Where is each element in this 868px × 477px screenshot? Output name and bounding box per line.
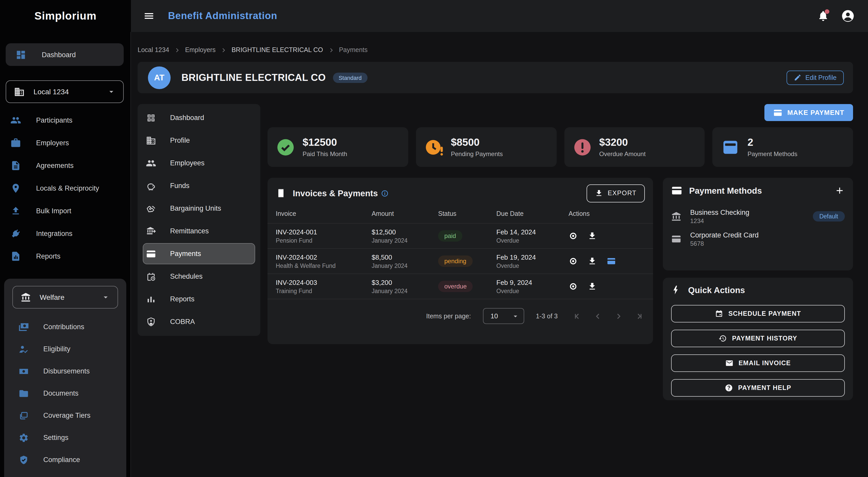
menu-button[interactable] [140,7,158,25]
invoice-id: INV-2024-002 [276,253,372,261]
sidebar-item-disbursements[interactable]: Disbursements [4,360,126,382]
invoice-period: January 2024 [372,263,438,269]
dashboard-icon [16,49,26,60]
invoice-fund: Health & Welfare Fund [276,263,372,269]
view-invoice-button[interactable] [568,282,578,291]
stat-pending-payments: $8500 Pending Payments [416,127,557,167]
breadcrumb-company[interactable]: BRIGHTLINE ELECTRICAL CO [231,46,323,54]
stat-label: Paid This Month [303,151,347,158]
add-payment-method-button[interactable] [835,185,845,196]
pay-invoice-button[interactable] [607,257,616,266]
history-icon [719,334,727,343]
local-select[interactable]: Local 1234 [6,81,124,103]
download-invoice-button[interactable] [588,257,597,266]
employer-nav-funds[interactable]: Funds [143,175,255,196]
view-invoice-button[interactable] [568,231,578,241]
status-badge: overdue [438,281,473,292]
employer-nav-employees[interactable]: Employees [143,153,255,173]
credit-card-icon [721,137,740,157]
next-page-button[interactable] [614,311,623,321]
employer-nav-bargaining-units[interactable]: Bargaining Units [143,198,255,219]
employer-nav-schedules[interactable]: Schedules [143,266,255,287]
payment-help-button[interactable]: PAYMENT HELP [671,379,845,396]
breadcrumb-employers[interactable]: Employers [185,46,215,54]
sidebar-item-participants[interactable]: Participants [0,109,130,131]
employer-tier-badge: Standard [333,72,367,83]
people-icon [146,158,156,168]
employer-header: AT BRIGHTLINE ELECTRICAL CO Standard Edi… [137,62,853,93]
employer-nav-payments[interactable]: Payments [143,243,255,264]
location-pin-icon [10,183,21,193]
pending-clock-icon [424,137,444,157]
make-payment-button[interactable]: MAKE PAYMENT [764,104,853,121]
payment-method-name: Corporate Credit Card [690,231,845,239]
column-status: Status [438,210,496,217]
table-pagination: Items per page: 10 1-3 of 3 [268,299,653,333]
invoice-amount: $3,200 [372,279,438,286]
sidebar-item-documents[interactable]: Documents [4,382,126,404]
payment-method-item: Corporate Credit Card 5678 [671,228,845,250]
sidebar-item-compliance[interactable]: Compliance [4,449,126,471]
sidebar-item-reports[interactable]: Reports [0,245,130,267]
payment-history-button[interactable]: PAYMENT HISTORY [671,330,845,347]
status-badge: pending [438,255,472,267]
download-invoice-button[interactable] [588,282,597,291]
info-icon[interactable] [381,189,389,197]
invoice-due-note: Overdue [496,237,568,244]
payment-method-last4: 1234 [690,217,804,224]
employer-nav-profile[interactable]: Profile [143,130,255,151]
invoice-period: January 2024 [372,288,438,294]
column-due-date: Due Date [496,210,568,217]
cash-stack-icon [19,322,29,332]
email-invoice-button[interactable]: EMAIL INVOICE [671,354,845,372]
logo-area: Simplorium [0,0,131,32]
account-button[interactable] [839,7,857,25]
sidebar-item-locals-reciprocity[interactable]: Locals & Reciprocity [0,177,130,199]
employer-nav-cobra[interactable]: COBRA [143,311,255,332]
sidebar-item-bulk-import[interactable]: Bulk Import [0,199,130,222]
breadcrumb-payments: Payments [339,46,368,54]
notification-dot [825,9,829,14]
prev-page-button[interactable] [593,311,602,321]
employer-nav-dashboard[interactable]: Dashboard [143,107,255,128]
view-invoice-button[interactable] [568,257,578,266]
employer-nav-reports[interactable]: Reports [143,288,255,310]
export-button[interactable]: EXPORT [587,184,645,202]
credit-card-icon [773,108,782,117]
sidebar-item-agreements[interactable]: Agreements [0,154,130,177]
sidebar-item-settings[interactable]: Settings [4,426,126,449]
sidebar-item-contributions[interactable]: Contributions [4,316,126,338]
sidebar: Dashboard Local 1234 Participants Employ… [0,32,131,477]
plug-icon [10,228,21,239]
invoice-fund: Training Fund [276,288,372,294]
welfare-panel: Welfare Contributions Eligibility Disbur… [4,279,126,477]
bar-chart-icon [146,294,156,304]
first-page-button[interactable] [572,311,582,321]
column-actions: Actions [568,210,645,217]
stat-payment-methods: 2 Payment Methods [713,127,853,167]
sidebar-item-eligibility[interactable]: Eligibility [4,338,126,360]
sidebar-item-coverage-tiers[interactable]: Coverage Tiers [4,404,126,426]
check-circle-icon [276,137,296,157]
breadcrumb-local[interactable]: Local 1234 [137,46,169,54]
receipt-icon [276,188,286,198]
briefcase-icon [10,137,21,148]
sidebar-item-employers[interactable]: Employers [0,131,130,154]
download-invoice-button[interactable] [588,231,597,241]
fund-select[interactable]: Welfare [12,286,118,309]
payment-methods-title: Payment Methods [689,186,828,195]
sidebar-item-integrations[interactable]: Integrations [0,222,130,245]
person-check-icon [19,344,29,354]
sidebar-item-dashboard[interactable]: Dashboard [6,43,124,66]
last-page-button[interactable] [634,311,644,321]
schedule-payment-button[interactable]: SCHEDULE PAYMENT [671,305,845,322]
credit-card-icon [671,234,681,244]
notifications-button[interactable] [814,7,832,25]
items-per-page-select[interactable]: 10 [483,308,524,324]
edit-profile-button[interactable]: Edit Profile [786,70,844,85]
chevron-right-icon [174,46,180,53]
employer-nav-remittances[interactable]: Remittances [143,220,255,242]
invoice-period: January 2024 [372,237,438,244]
stat-label: Payment Methods [748,151,797,158]
building-icon [146,135,156,146]
